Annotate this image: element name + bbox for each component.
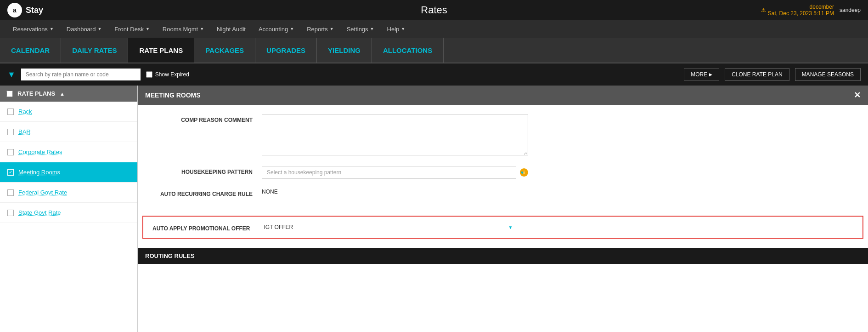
chevron-down-icon: ▼ — [370, 27, 374, 31]
housekeeping-control: Select a housekeeping pattern ▼ i — [262, 166, 528, 179]
list-item-selected[interactable]: ✓ Meeting Rooms — [0, 162, 137, 183]
alert-icon: ⚠ — [761, 7, 766, 13]
app-name: Stay — [26, 6, 43, 15]
logo-icon: a — [7, 3, 22, 17]
app-logo: a Stay — [7, 3, 43, 17]
list-item[interactable]: State Govt Rate — [0, 203, 137, 223]
tab-rate-plans[interactable]: RATE PLANS — [128, 38, 194, 63]
routing-rules-header: ROUTING RULES — [138, 248, 868, 264]
rate-plans-header-label: RATE PLANS — [17, 90, 55, 97]
date-line2: Sat, Dec 23, 2023 5:11 PM — [768, 10, 834, 17]
nav-item-reports[interactable]: Reports▼ — [301, 22, 339, 36]
chevron-down-icon: ▼ — [50, 27, 54, 31]
list-item[interactable]: Corporate Rates — [0, 142, 137, 162]
tab-upgrades[interactable]: UPGRADES — [255, 38, 317, 63]
chevron-down-icon: ▼ — [290, 27, 294, 31]
page-title: Rates — [421, 4, 447, 16]
auto-apply-promo-row: AUTO APPLY PROMOTIONAL OFFER IGT OFFER ▼ — [142, 216, 863, 239]
show-expired-checkbox[interactable] — [146, 71, 152, 78]
comp-reason-label: COMP REASON COMMENT — [152, 114, 253, 123]
nav-bar: Reservations▼ Dashboard▼ Front Desk▼ Roo… — [0, 20, 868, 38]
user-name: sandeep — [840, 7, 861, 13]
item-checkbox-rack[interactable] — [7, 109, 14, 115]
comp-reason-control — [262, 114, 528, 157]
chevron-down-icon: ▼ — [97, 27, 101, 31]
nav-item-dashboard[interactable]: Dashboard▼ — [61, 22, 107, 36]
date-line1: december — [768, 4, 834, 10]
item-checkbox-federal[interactable] — [7, 189, 14, 196]
item-checkbox-state[interactable] — [7, 210, 14, 216]
left-panel-header: RATE PLANS ▲ — [0, 86, 137, 102]
list-item[interactable]: BAR — [0, 122, 137, 142]
right-panel-title: MEETING ROOMS — [145, 92, 201, 99]
item-checkbox-meeting[interactable]: ✓ — [7, 169, 14, 176]
item-checkbox-bar[interactable] — [7, 129, 14, 135]
nav-item-frontdesk[interactable]: Front Desk▼ — [109, 22, 155, 36]
auto-recurring-row: AUTO RECURRING CHARGE RULE NONE — [152, 188, 854, 197]
select-all-checkbox[interactable] — [6, 91, 13, 97]
tab-packages[interactable]: PACKAGES — [194, 38, 255, 63]
auto-apply-promo-label: AUTO APPLY PROMOTIONAL OFFER — [152, 223, 250, 232]
tab-calendar[interactable]: CALENDAR — [0, 38, 61, 63]
rate-plan-name-bar[interactable]: BAR — [18, 128, 31, 135]
list-item[interactable]: Federal Govt Rate — [0, 183, 137, 203]
tabs-bar: CALENDAR DAILY RATES RATE PLANS PACKAGES… — [0, 38, 868, 63]
right-panel: MEETING ROOMS ✕ COMP REASON COMMENT HOUS… — [138, 86, 868, 332]
show-expired-label: Show Expired — [155, 71, 189, 78]
rate-plan-name-rack[interactable]: Rack — [18, 108, 32, 115]
info-icon: i — [520, 168, 528, 177]
housekeeping-row: HOUSEKEEPING PATTERN Select a housekeepi… — [152, 166, 854, 179]
comp-reason-textarea[interactable] — [262, 114, 528, 155]
nav-item-settings[interactable]: Settings▼ — [341, 22, 380, 36]
nav-item-nightaudit[interactable]: Night Audit — [211, 22, 251, 36]
nav-item-roomsmgmt[interactable]: Rooms Mgmt▼ — [157, 22, 209, 36]
auto-recurring-control: NONE — [262, 188, 528, 195]
left-panel: RATE PLANS ▲ Rack BAR Corporate Rates ✓ … — [0, 86, 138, 332]
search-input[interactable] — [21, 69, 141, 80]
nav-item-help[interactable]: Help▼ — [382, 22, 411, 36]
tab-yielding[interactable]: YIELDING — [317, 38, 372, 63]
date-info: ⚠ december Sat, Dec 23, 2023 5:11 PM — [761, 4, 834, 17]
nav-item-reservations[interactable]: Reservations▼ — [7, 22, 59, 36]
chevron-down-icon: ▼ — [146, 27, 150, 31]
nav-item-accounting[interactable]: Accounting▼ — [253, 22, 299, 36]
main-content: RATE PLANS ▲ Rack BAR Corporate Rates ✓ … — [0, 86, 868, 332]
auto-apply-promo-select[interactable]: IGT OFFER — [259, 221, 516, 233]
rate-plan-name-state[interactable]: State Govt Rate — [18, 209, 61, 216]
housekeeping-select[interactable]: Select a housekeeping pattern — [262, 166, 516, 179]
list-item[interactable]: Rack — [0, 102, 137, 122]
chevron-down-icon: ▼ — [200, 27, 204, 31]
auto-recurring-label: AUTO RECURRING CHARGE RULE — [152, 188, 253, 197]
tab-daily-rates[interactable]: DAILY RATES — [61, 38, 128, 63]
show-expired-wrap: Show Expired — [146, 71, 189, 78]
auto-recurring-value: NONE — [262, 186, 278, 195]
housekeeping-select-wrap: Select a housekeeping pattern ▼ i — [262, 166, 528, 179]
chevron-down-icon: ▼ — [330, 27, 334, 31]
item-checkbox-corporate[interactable] — [7, 149, 14, 155]
rate-plan-name-corporate[interactable]: Corporate Rates — [18, 149, 62, 155]
auto-apply-promo-select-wrap: IGT OFFER ▼ — [259, 221, 516, 233]
housekeeping-label: HOUSEKEEPING PATTERN — [152, 166, 253, 175]
chevron-down-icon: ▼ — [401, 27, 405, 31]
more-button[interactable]: MORE ▶ — [684, 68, 719, 81]
sort-arrow-icon[interactable]: ▲ — [60, 91, 65, 97]
tab-allocations[interactable]: ALLOCATIONS — [372, 38, 444, 63]
clone-rate-plan-button[interactable]: CLONE RATE PLAN — [725, 68, 789, 81]
form-section: COMP REASON COMMENT HOUSEKEEPING PATTERN… — [138, 105, 868, 216]
filter-icon: ▼ — [7, 70, 16, 80]
filter-bar: ▼ Show Expired MORE ▶ CLONE RATE PLAN MA… — [0, 63, 868, 86]
close-button[interactable]: ✕ — [854, 90, 861, 100]
right-panel-header: MEETING ROOMS ✕ — [138, 86, 868, 105]
chevron-right-icon: ▶ — [709, 72, 712, 77]
manage-seasons-button[interactable]: MANAGE SEASONS — [795, 68, 861, 81]
rate-plan-name-federal[interactable]: Federal Govt Rate — [18, 189, 67, 196]
rate-plan-name-meeting[interactable]: Meeting Rooms — [18, 169, 60, 176]
comp-reason-row: COMP REASON COMMENT — [152, 114, 854, 157]
top-bar-right: ⚠ december Sat, Dec 23, 2023 5:11 PM san… — [761, 4, 861, 17]
